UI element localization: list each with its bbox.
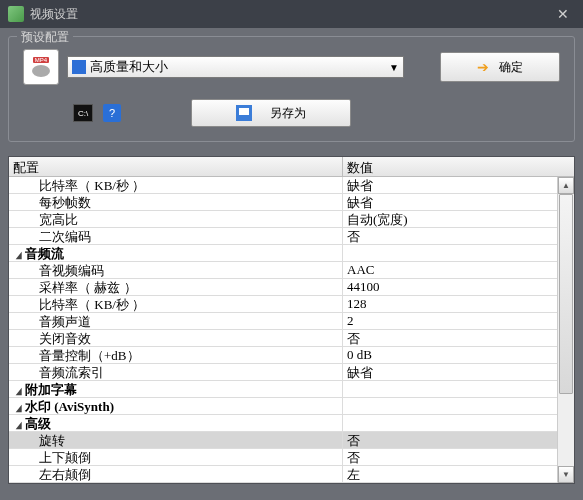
grid-cell-value[interactable]: 否 (343, 449, 574, 465)
app-icon (8, 6, 24, 22)
grid-row[interactable]: 比特率（ KB/秒 ）128 (9, 296, 574, 313)
floppy-disk-icon (236, 105, 252, 121)
grid-row[interactable]: 音视频编码AAC (9, 262, 574, 279)
grid-row[interactable]: 音量控制（+dB）0 dB (9, 347, 574, 364)
grid-cell-value[interactable]: 自动(宽度) (343, 211, 574, 227)
preset-indicator-icon (72, 60, 86, 74)
grid-row[interactable]: 宽高比自动(宽度) (9, 211, 574, 228)
grid-cell-label: 二次编码 (9, 228, 343, 244)
scroll-thumb[interactable] (559, 194, 573, 394)
grid-cell-value[interactable]: 0 dB (343, 347, 574, 363)
grid-row[interactable]: 比特率（ KB/秒 ）缺省 (9, 177, 574, 194)
grid-cell-label: 音量控制（+dB） (9, 347, 343, 363)
chevron-down-icon: ▼ (389, 62, 399, 73)
grid-cell-label: 旋转 (9, 432, 343, 448)
ok-button[interactable]: ➔ 确定 (440, 52, 560, 82)
scrollbar[interactable]: ▲ ▼ (557, 177, 574, 483)
scroll-down-icon[interactable]: ▼ (558, 466, 574, 483)
console-icon[interactable]: C:\ (73, 104, 93, 122)
header-config[interactable]: 配置 (9, 157, 343, 176)
grid-cell-label: 比特率（ KB/秒 ） (9, 296, 343, 312)
grid-row[interactable]: 旋转否▾ (9, 432, 574, 449)
grid-cell-value[interactable]: 缺省 (343, 194, 574, 210)
grid-cell-value (343, 398, 574, 414)
grid-row[interactable]: 每秒帧数缺省 (9, 194, 574, 211)
preset-select[interactable]: 高质量和大小 ▼ (67, 56, 404, 78)
grid-row[interactable]: 关闭音效否 (9, 330, 574, 347)
save-as-label: 另存为 (270, 105, 306, 122)
ok-button-label: 确定 (499, 59, 523, 76)
grid-cell-value (343, 381, 574, 397)
grid-cell-value[interactable]: 缺省 (343, 364, 574, 380)
grid-row[interactable]: 采样率（ 赫兹 ）44100 (9, 279, 574, 296)
grid-cell-value[interactable]: 缺省 (343, 177, 574, 193)
grid-group-row[interactable]: 附加字幕 (9, 381, 574, 398)
grid-cell-label: 音频流 (9, 245, 343, 261)
close-button[interactable]: ✕ (551, 4, 575, 24)
preset-group: 预设配置 MP4 高质量和大小 ▼ ➔ 确定 C:\ ? 另存为 (8, 36, 575, 142)
grid-cell-label: 采样率（ 赫兹 ） (9, 279, 343, 295)
grid-cell-value[interactable]: 2 (343, 313, 574, 329)
grid-cell-label: 附加字幕 (9, 381, 343, 397)
grid-group-row[interactable]: 高级 (9, 415, 574, 432)
mp4-icon: MP4 (23, 49, 59, 85)
grid-cell-label: 宽高比 (9, 211, 343, 227)
grid-cell-label: 音视频编码 (9, 262, 343, 278)
grid-cell-value[interactable]: AAC (343, 262, 574, 278)
grid-cell-label: 水印 (AviSynth) (9, 398, 343, 414)
scroll-up-icon[interactable]: ▲ (558, 177, 574, 194)
grid-cell-label: 反交错 (9, 483, 343, 484)
grid-cell-value[interactable]: 右 (343, 483, 574, 484)
grid-cell-label: 关闭音效 (9, 330, 343, 346)
preset-legend: 预设配置 (17, 29, 73, 46)
grid-group-row[interactable]: 水印 (AviSynth) (9, 398, 574, 415)
grid-cell-label: 每秒帧数 (9, 194, 343, 210)
header-value[interactable]: 数值 (343, 157, 574, 176)
grid-cell-value[interactable]: 否 (343, 228, 574, 244)
grid-row[interactable]: 左右颠倒左 (9, 466, 574, 483)
preset-select-value: 高质量和大小 (90, 58, 389, 76)
grid-cell-value[interactable]: 否 (343, 330, 574, 346)
grid-cell-value[interactable]: 左 (343, 466, 574, 482)
settings-grid: 配置 数值 比特率（ KB/秒 ）缺省每秒帧数缺省宽高比自动(宽度)二次编码否音… (8, 156, 575, 484)
grid-cell-value[interactable]: 44100 (343, 279, 574, 295)
grid-cell-label: 比特率（ KB/秒 ） (9, 177, 343, 193)
grid-cell-value (343, 415, 574, 431)
grid-row[interactable]: 反交错右 (9, 483, 574, 484)
grid-cell-label: 上下颠倒 (9, 449, 343, 465)
grid-cell-value (343, 245, 574, 261)
grid-group-row[interactable]: 音频流 (9, 245, 574, 262)
grid-cell-value[interactable]: 128 (343, 296, 574, 312)
help-icon[interactable]: ? (103, 104, 121, 122)
grid-row[interactable]: 二次编码否 (9, 228, 574, 245)
grid-cell-label: 音频声道 (9, 313, 343, 329)
save-as-button[interactable]: 另存为 (191, 99, 351, 127)
grid-row[interactable]: 上下颠倒否 (9, 449, 574, 466)
window-title: 视频设置 (30, 6, 551, 23)
grid-row[interactable]: 音频流索引缺省 (9, 364, 574, 381)
grid-cell-label: 高级 (9, 415, 343, 431)
grid-cell-label: 音频流索引 (9, 364, 343, 380)
grid-row[interactable]: 音频声道2 (9, 313, 574, 330)
arrow-right-icon: ➔ (477, 59, 489, 75)
grid-cell-value[interactable]: 否▾ (343, 432, 574, 448)
grid-cell-label: 左右颠倒 (9, 466, 343, 482)
